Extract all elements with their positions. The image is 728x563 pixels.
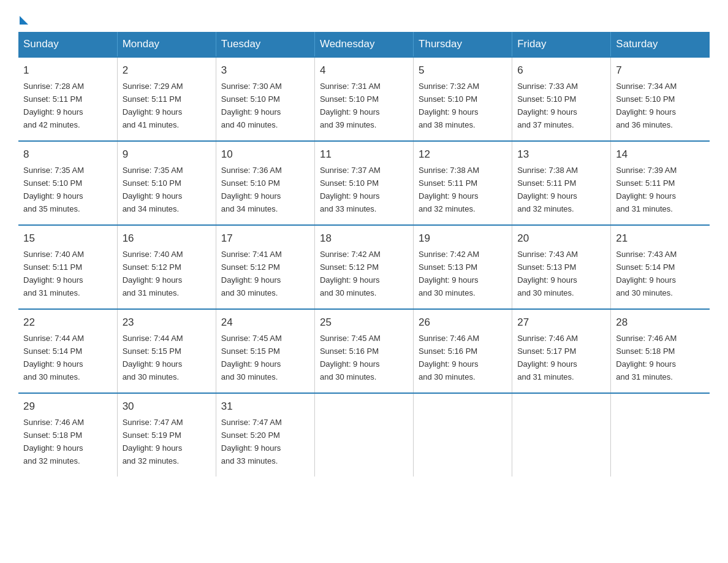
day-info: Sunrise: 7:47 AMSunset: 5:20 PMDaylight:… xyxy=(221,418,282,465)
day-number: 24 xyxy=(221,315,309,331)
calendar-cell: 11Sunrise: 7:37 AMSunset: 5:10 PMDayligh… xyxy=(314,141,413,225)
header-day-sunday: Sunday xyxy=(18,32,117,57)
calendar-cell: 27Sunrise: 7:46 AMSunset: 5:17 PMDayligh… xyxy=(512,309,611,393)
calendar-cell: 25Sunrise: 7:45 AMSunset: 5:16 PMDayligh… xyxy=(314,309,413,393)
day-number: 14 xyxy=(616,147,705,163)
day-info: Sunrise: 7:45 AMSunset: 5:15 PMDaylight:… xyxy=(221,334,282,381)
calendar-cell: 31Sunrise: 7:47 AMSunset: 5:20 PMDayligh… xyxy=(216,393,314,477)
day-info: Sunrise: 7:42 AMSunset: 5:13 PMDaylight:… xyxy=(419,250,479,297)
day-info: Sunrise: 7:46 AMSunset: 5:18 PMDaylight:… xyxy=(616,334,677,381)
calendar-cell: 7Sunrise: 7:34 AMSunset: 5:10 PMDaylight… xyxy=(611,57,710,141)
calendar-cell: 19Sunrise: 7:42 AMSunset: 5:13 PMDayligh… xyxy=(414,225,512,309)
day-info: Sunrise: 7:37 AMSunset: 5:10 PMDaylight:… xyxy=(320,166,381,213)
day-number: 26 xyxy=(419,315,507,331)
calendar-cell: 21Sunrise: 7:43 AMSunset: 5:14 PMDayligh… xyxy=(611,225,710,309)
day-number: 1 xyxy=(23,63,112,79)
header-day-monday: Monday xyxy=(117,32,216,57)
day-info: Sunrise: 7:38 AMSunset: 5:11 PMDaylight:… xyxy=(517,166,578,213)
header-day-tuesday: Tuesday xyxy=(216,32,314,57)
day-number: 29 xyxy=(23,399,112,415)
day-info: Sunrise: 7:44 AMSunset: 5:15 PMDaylight:… xyxy=(123,334,183,381)
day-info: Sunrise: 7:46 AMSunset: 5:17 PMDaylight:… xyxy=(517,334,578,381)
calendar-cell: 13Sunrise: 7:38 AMSunset: 5:11 PMDayligh… xyxy=(512,141,611,225)
day-number: 3 xyxy=(221,63,309,79)
day-info: Sunrise: 7:45 AMSunset: 5:16 PMDaylight:… xyxy=(320,334,381,381)
calendar-table: SundayMondayTuesdayWednesdayThursdayFrid… xyxy=(18,32,710,477)
day-info: Sunrise: 7:46 AMSunset: 5:16 PMDaylight:… xyxy=(419,334,479,381)
calendar-cell: 29Sunrise: 7:46 AMSunset: 5:18 PMDayligh… xyxy=(18,393,117,477)
day-number: 7 xyxy=(616,63,705,79)
day-info: Sunrise: 7:40 AMSunset: 5:11 PMDaylight:… xyxy=(23,250,84,297)
day-number: 4 xyxy=(320,63,408,79)
day-number: 2 xyxy=(123,63,211,79)
header-row: SundayMondayTuesdayWednesdayThursdayFrid… xyxy=(18,32,710,57)
day-info: Sunrise: 7:35 AMSunset: 5:10 PMDaylight:… xyxy=(23,166,84,213)
calendar-cell: 4Sunrise: 7:31 AMSunset: 5:10 PMDaylight… xyxy=(314,57,413,141)
day-info: Sunrise: 7:31 AMSunset: 5:10 PMDaylight:… xyxy=(320,82,381,129)
calendar-cell: 30Sunrise: 7:47 AMSunset: 5:19 PMDayligh… xyxy=(117,393,216,477)
day-number: 22 xyxy=(23,315,112,331)
day-info: Sunrise: 7:40 AMSunset: 5:12 PMDaylight:… xyxy=(123,250,183,297)
calendar-cell: 22Sunrise: 7:44 AMSunset: 5:14 PMDayligh… xyxy=(18,309,117,393)
day-info: Sunrise: 7:28 AMSunset: 5:11 PMDaylight:… xyxy=(23,82,84,129)
day-info: Sunrise: 7:39 AMSunset: 5:11 PMDaylight:… xyxy=(616,166,677,213)
day-number: 31 xyxy=(221,399,309,415)
header-day-wednesday: Wednesday xyxy=(314,32,413,57)
day-info: Sunrise: 7:38 AMSunset: 5:11 PMDaylight:… xyxy=(419,166,479,213)
calendar-cell: 26Sunrise: 7:46 AMSunset: 5:16 PMDayligh… xyxy=(414,309,512,393)
day-number: 5 xyxy=(419,63,507,79)
day-number: 30 xyxy=(123,399,211,415)
calendar-cell: 2Sunrise: 7:29 AMSunset: 5:11 PMDaylight… xyxy=(117,57,216,141)
day-info: Sunrise: 7:43 AMSunset: 5:13 PMDaylight:… xyxy=(517,250,578,297)
calendar-cell: 8Sunrise: 7:35 AMSunset: 5:10 PMDaylight… xyxy=(18,141,117,225)
day-info: Sunrise: 7:44 AMSunset: 5:14 PMDaylight:… xyxy=(23,334,84,381)
calendar-cell: 5Sunrise: 7:32 AMSunset: 5:10 PMDaylight… xyxy=(414,57,512,141)
day-number: 19 xyxy=(419,231,507,247)
day-info: Sunrise: 7:33 AMSunset: 5:10 PMDaylight:… xyxy=(517,82,578,129)
day-info: Sunrise: 7:35 AMSunset: 5:10 PMDaylight:… xyxy=(123,166,183,213)
day-number: 11 xyxy=(320,147,408,163)
calendar-cell: 16Sunrise: 7:40 AMSunset: 5:12 PMDayligh… xyxy=(117,225,216,309)
logo-arrow-icon xyxy=(20,16,28,25)
calendar-cell: 17Sunrise: 7:41 AMSunset: 5:12 PMDayligh… xyxy=(216,225,314,309)
calendar-cell: 3Sunrise: 7:30 AMSunset: 5:10 PMDaylight… xyxy=(216,57,314,141)
day-number: 16 xyxy=(123,231,211,247)
header-day-thursday: Thursday xyxy=(414,32,512,57)
day-info: Sunrise: 7:30 AMSunset: 5:10 PMDaylight:… xyxy=(221,82,282,129)
day-info: Sunrise: 7:32 AMSunset: 5:10 PMDaylight:… xyxy=(419,82,479,129)
day-number: 20 xyxy=(517,231,605,247)
calendar-week-5: 29Sunrise: 7:46 AMSunset: 5:18 PMDayligh… xyxy=(18,393,710,477)
day-number: 13 xyxy=(517,147,605,163)
calendar-week-3: 15Sunrise: 7:40 AMSunset: 5:11 PMDayligh… xyxy=(18,225,710,309)
header-day-friday: Friday xyxy=(512,32,611,57)
calendar-cell: 9Sunrise: 7:35 AMSunset: 5:10 PMDaylight… xyxy=(117,141,216,225)
page-header xyxy=(18,12,710,22)
logo xyxy=(18,12,28,22)
calendar-cell: 15Sunrise: 7:40 AMSunset: 5:11 PMDayligh… xyxy=(18,225,117,309)
calendar-cell: 28Sunrise: 7:46 AMSunset: 5:18 PMDayligh… xyxy=(611,309,710,393)
calendar-cell: 20Sunrise: 7:43 AMSunset: 5:13 PMDayligh… xyxy=(512,225,611,309)
calendar-cell: 10Sunrise: 7:36 AMSunset: 5:10 PMDayligh… xyxy=(216,141,314,225)
header-day-saturday: Saturday xyxy=(611,32,710,57)
day-info: Sunrise: 7:42 AMSunset: 5:12 PMDaylight:… xyxy=(320,250,381,297)
day-number: 17 xyxy=(221,231,309,247)
day-number: 18 xyxy=(320,231,408,247)
day-number: 9 xyxy=(123,147,211,163)
day-number: 8 xyxy=(23,147,112,163)
calendar-cell xyxy=(414,393,512,477)
calendar-week-1: 1Sunrise: 7:28 AMSunset: 5:11 PMDaylight… xyxy=(18,57,710,141)
day-number: 28 xyxy=(616,315,705,331)
day-number: 23 xyxy=(123,315,211,331)
day-number: 12 xyxy=(419,147,507,163)
calendar-cell: 24Sunrise: 7:45 AMSunset: 5:15 PMDayligh… xyxy=(216,309,314,393)
calendar-cell xyxy=(512,393,611,477)
calendar-cell xyxy=(611,393,710,477)
calendar-header: SundayMondayTuesdayWednesdayThursdayFrid… xyxy=(18,32,710,57)
day-number: 27 xyxy=(517,315,605,331)
day-number: 10 xyxy=(221,147,309,163)
calendar-week-2: 8Sunrise: 7:35 AMSunset: 5:10 PMDaylight… xyxy=(18,141,710,225)
calendar-cell: 6Sunrise: 7:33 AMSunset: 5:10 PMDaylight… xyxy=(512,57,611,141)
calendar-cell: 14Sunrise: 7:39 AMSunset: 5:11 PMDayligh… xyxy=(611,141,710,225)
day-number: 21 xyxy=(616,231,705,247)
calendar-week-4: 22Sunrise: 7:44 AMSunset: 5:14 PMDayligh… xyxy=(18,309,710,393)
